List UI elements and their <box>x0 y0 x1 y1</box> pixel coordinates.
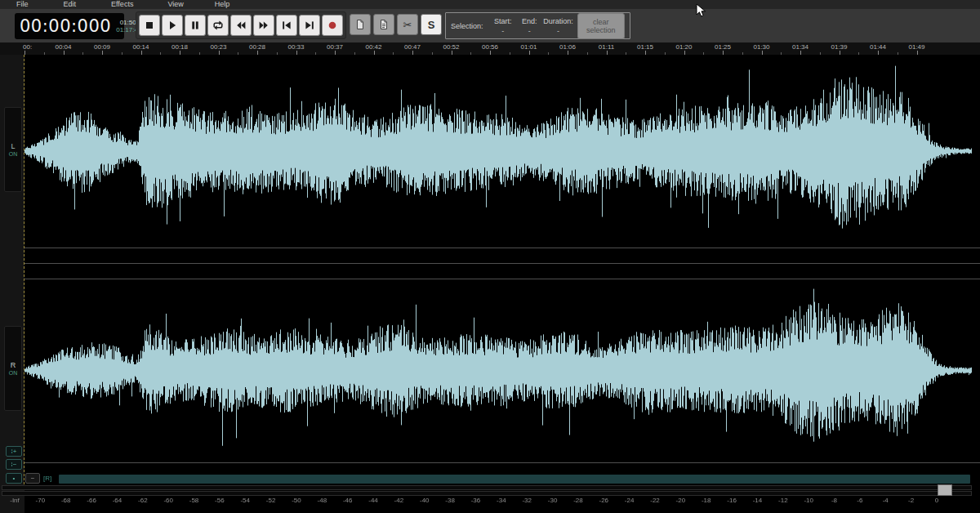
selection-end-label: End: <box>522 17 537 25</box>
ruler-time-label: 00:37 <box>327 43 343 51</box>
db-label: -54 <box>240 497 250 504</box>
db-label: -70 <box>36 497 46 504</box>
clear-selection-button[interactable]: clear selection <box>577 13 625 39</box>
waveform-region: L ON R ON ⁞+ ⁞− • − [R] -Inf-70-68-66-64… <box>0 55 980 513</box>
db-label: -26 <box>599 497 608 504</box>
ruler-time-label: 01:39 <box>831 43 847 51</box>
menu-item-effects[interactable]: Effects <box>103 0 141 9</box>
ruler-time-label: 01:01 <box>520 43 537 51</box>
rewind-icon <box>234 19 247 32</box>
ruler-time-label: 00:28 <box>249 43 265 51</box>
marker-r-label: [R] <box>43 475 51 482</box>
left-channel-on-badge[interactable]: ON <box>9 151 18 157</box>
ruler-time-label: 01:25 <box>715 43 731 51</box>
selection-duration-label: Duration: <box>543 17 573 25</box>
db-scale: -Inf-70-68-66-64-62-60-58-56-54-52-50-48… <box>0 497 980 507</box>
pause-button[interactable] <box>185 15 206 36</box>
ruler-time-label: 01:15 <box>637 43 653 51</box>
audio-editor-window: FileEditEffectsViewHelp 00:00:000 01:50:… <box>0 0 980 513</box>
waveform-right-channel[interactable] <box>24 279 972 462</box>
ruler-time-label: 00:47 <box>404 43 421 51</box>
menu-item-help[interactable]: Help <box>207 0 238 9</box>
db-label: -50 <box>292 497 301 504</box>
ruler-time-label: 00:04 <box>55 43 71 51</box>
fast-forward-button[interactable] <box>253 15 274 36</box>
db-label: -60 <box>163 497 173 504</box>
menu-item-file[interactable]: File <box>8 0 37 9</box>
right-channel-control[interactable]: R ON <box>4 326 22 411</box>
menu-item-view[interactable]: View <box>159 0 191 9</box>
db-label: -24 <box>625 497 635 504</box>
play-icon <box>166 19 179 32</box>
timeline-ruler[interactable]: 00:00:0400:0900:1400:1800:2300:2800:3300… <box>0 42 980 55</box>
level-meter-right <box>2 491 972 496</box>
left-channel-label: L <box>11 142 15 150</box>
waveform-left-channel[interactable] <box>24 55 972 248</box>
ruler-time-label: 00:42 <box>365 43 381 51</box>
stop-button[interactable] <box>139 15 160 36</box>
db-label: -46 <box>343 497 353 504</box>
vertical-zoom-in-button[interactable]: ⁞+ <box>6 446 22 457</box>
ruler-time-label: 00:18 <box>172 43 188 51</box>
db-label: -12 <box>778 497 788 504</box>
loop-button[interactable] <box>207 15 229 36</box>
vertical-zoom-out-button[interactable]: ⁞− <box>6 459 22 470</box>
ruler-time-label: 00:52 <box>443 43 459 51</box>
channel-separator-line <box>24 248 980 248</box>
skip-start-icon <box>280 19 293 32</box>
db-label: -30 <box>548 497 558 504</box>
db-label: -16 <box>727 497 737 504</box>
file-details-button[interactable] <box>373 14 394 35</box>
new-file-button[interactable] <box>350 14 371 35</box>
file-buttons: ✂S <box>350 14 442 35</box>
playhead-cursor[interactable] <box>24 55 24 484</box>
selection-start-value: - <box>501 27 504 35</box>
ruler-time-label: 00:56 <box>482 43 498 51</box>
menu-item-edit[interactable]: Edit <box>56 0 85 9</box>
record-button[interactable] <box>322 15 343 36</box>
channel-separator-line <box>24 279 980 279</box>
right-channel-on-badge[interactable]: ON <box>9 370 18 376</box>
db-label: -66 <box>87 497 96 504</box>
cut-button[interactable]: ✂ <box>397 14 418 35</box>
db-label: -2 <box>908 497 914 504</box>
left-channel-control[interactable]: L ON <box>4 107 22 192</box>
play-button[interactable] <box>162 15 183 36</box>
ruler-time-label: 01:20 <box>675 43 692 51</box>
solo-button[interactable]: S <box>421 14 442 35</box>
db-label: -22 <box>650 497 660 504</box>
selection-label: Selection: <box>451 22 483 30</box>
db-label: -36 <box>471 497 481 504</box>
db-label: -68 <box>61 497 71 504</box>
selection-panel: Selection: Start: - End: - Duration: - c… <box>445 12 630 39</box>
selection-duration-value: - <box>557 27 559 35</box>
ruler-time-label: 00:14 <box>132 43 149 51</box>
rewind-button[interactable] <box>230 15 252 36</box>
skip-end-icon <box>303 19 316 32</box>
transport-controls <box>136 11 346 39</box>
ruler-time-label: 01:44 <box>870 43 886 51</box>
fast-forward-icon <box>257 19 270 32</box>
selection-end-value: - <box>528 27 531 35</box>
horizontal-scrollbar[interactable] <box>59 475 970 484</box>
db-label: -64 <box>113 497 122 504</box>
db-label: -14 <box>753 497 763 504</box>
meter-peak-indicator[interactable] <box>938 484 952 496</box>
db-label: -8 <box>831 497 837 504</box>
new-file-icon <box>354 18 367 31</box>
minus-button[interactable]: − <box>25 473 40 484</box>
menu-bar: FileEditEffectsViewHelp <box>0 0 980 9</box>
db-label: -Inf <box>10 497 20 504</box>
ruler-time-label: 01:11 <box>599 43 614 51</box>
ruler-time-label: 00: <box>23 43 32 51</box>
file-details-icon <box>377 18 390 31</box>
db-label: -20 <box>676 497 686 504</box>
toolbar: 00:00:000 01:50:53 01:17:440 ✂S Selectio… <box>0 9 980 42</box>
dot-button[interactable]: • <box>6 473 22 484</box>
record-icon <box>326 19 339 32</box>
db-label: -38 <box>445 497 455 504</box>
skip-end-button[interactable] <box>299 15 320 36</box>
skip-start-button[interactable] <box>276 15 297 36</box>
ruler-time-label: 00:33 <box>287 43 304 51</box>
db-label: 0 <box>935 497 938 504</box>
